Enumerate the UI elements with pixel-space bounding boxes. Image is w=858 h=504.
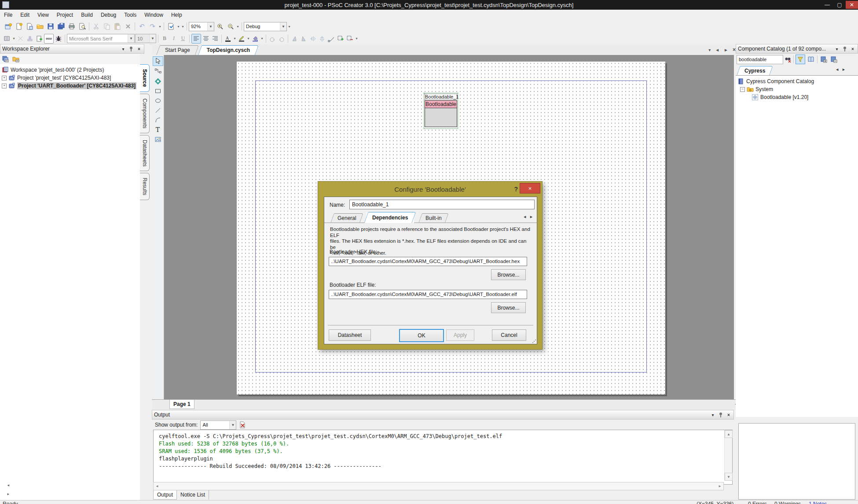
name-input[interactable]: Bootloadable_1 xyxy=(349,200,535,209)
elf-file-input[interactable]: ..\UART_Bootloader.cydsn\CortexM0\ARM_GC… xyxy=(329,290,527,299)
size-combo-arrow-icon[interactable]: ▼ xyxy=(149,34,156,43)
new-project-icon[interactable] xyxy=(3,22,13,31)
collapse-folders-icon[interactable] xyxy=(12,55,19,62)
toolbar-overflow-icon[interactable]: ▾ xyxy=(158,25,162,29)
find-clear-icon[interactable] xyxy=(785,56,792,63)
build-dropdown-arrow-icon[interactable]: ▾ xyxy=(176,25,180,29)
flip-horizontal-icon[interactable] xyxy=(308,34,317,43)
cut-icon[interactable] xyxy=(91,22,101,31)
output-log[interactable]: cyelftool.exe -S C:\Projets_Cypress\proj… xyxy=(153,430,733,485)
build-dropdown-icon[interactable] xyxy=(166,22,176,31)
menu-help[interactable]: Help xyxy=(167,10,186,20)
align-left-icon[interactable] xyxy=(191,34,201,44)
toolbar-overflow-icon[interactable]: ▾ xyxy=(181,25,185,29)
catalog-tab-scroll-right-icon[interactable]: ► xyxy=(842,67,846,72)
bug-icon[interactable] xyxy=(54,34,63,43)
notice-list-tab[interactable]: Notice List xyxy=(177,490,209,500)
side-tab-datasheets[interactable]: Datasheets xyxy=(140,135,150,172)
print-icon[interactable] xyxy=(66,22,77,31)
font-size-combo[interactable]: 10▼ xyxy=(135,34,156,43)
menu-project[interactable]: Project xyxy=(53,10,77,20)
tab-close-icon[interactable]: × xyxy=(733,47,736,53)
panel-close-icon[interactable]: × xyxy=(726,412,732,418)
collapse-icon[interactable]: − xyxy=(740,87,745,92)
paste-icon[interactable] xyxy=(112,22,122,31)
collapse-all-icon[interactable] xyxy=(829,56,838,63)
pin-icon[interactable] xyxy=(718,412,724,418)
paste-plus-icon[interactable] xyxy=(35,34,44,43)
underline-icon[interactable]: U xyxy=(179,34,187,43)
panel-menu-icon[interactable]: ▾ xyxy=(834,46,840,52)
toolbar-overflow-icon[interactable]: ▾ xyxy=(287,25,291,29)
shear-right-icon[interactable] xyxy=(299,34,308,43)
pin-icon[interactable] xyxy=(128,46,134,52)
expand-all-icon[interactable] xyxy=(819,56,828,63)
catalog-row-system[interactable]: − System xyxy=(736,85,858,93)
font-combo-arrow-icon[interactable]: ▼ xyxy=(128,34,134,43)
snap-grid-icon[interactable] xyxy=(336,34,345,43)
undo-icon[interactable]: ↶ xyxy=(137,22,147,31)
debug-combo-arrow-icon[interactable]: ▼ xyxy=(280,22,286,31)
status-notes[interactable]: 1 Notes xyxy=(809,501,827,504)
redo-icon[interactable]: ↷ xyxy=(147,22,158,31)
image-tool-icon[interactable] xyxy=(153,135,162,143)
status-warnings[interactable]: 0 Warnings xyxy=(774,501,801,504)
scroll-down-icon[interactable]: ▼ xyxy=(725,473,733,481)
panel-menu-icon[interactable]: ▾ xyxy=(710,412,716,418)
menu-edit[interactable]: Edit xyxy=(16,10,33,20)
catalog-row-bootloadable[interactable]: Bootloadable [v1.20] xyxy=(736,93,858,101)
dialog-close-button[interactable]: × xyxy=(520,183,540,194)
annotation-grid-arrow-icon[interactable]: ▾ xyxy=(12,37,16,40)
expand-icon[interactable]: + xyxy=(2,76,7,80)
font-color-arrow-icon[interactable]: ▾ xyxy=(233,37,237,40)
line-tool-icon[interactable] xyxy=(153,106,162,114)
tab-start-page[interactable]: Start Page xyxy=(158,45,197,55)
close-button[interactable]: ✕ xyxy=(846,1,858,9)
collapse-workspace-icon[interactable] xyxy=(2,55,9,62)
expand-icon[interactable]: + xyxy=(2,84,7,88)
panel-menu-icon[interactable]: ▾ xyxy=(120,46,126,52)
scroll-right-icon[interactable]: ► xyxy=(718,484,723,488)
menu-tools[interactable]: Tools xyxy=(120,10,140,20)
tab-scroll-left-icon[interactable]: ◄ xyxy=(715,47,719,52)
menu-build[interactable]: Build xyxy=(77,10,97,20)
output-hscrollbar[interactable]: ◄ ► xyxy=(153,482,724,490)
side-tab-results[interactable]: Results xyxy=(140,173,150,200)
save-icon[interactable] xyxy=(45,22,55,31)
arc-tool-icon[interactable] xyxy=(153,116,162,124)
tree-row-project2-selected[interactable]: + Project 'UART_Bootloader' [CY8C4125AXI… xyxy=(0,82,140,90)
tree-row-workspace[interactable]: Workspace 'projet_test-000' (2 Projects) xyxy=(0,66,140,74)
datasheet-button[interactable]: Datasheet xyxy=(329,329,371,341)
output-tab[interactable]: Output xyxy=(153,490,177,500)
align-center-icon[interactable] xyxy=(202,34,210,43)
scroll-up-icon[interactable]: ▲ xyxy=(725,430,733,438)
status-errors[interactable]: 0 Errors xyxy=(748,501,767,504)
snap-grid-minus-icon[interactable] xyxy=(345,34,354,43)
annotation-grid-icon[interactable] xyxy=(3,34,11,43)
output-filter-arrow-icon[interactable]: ▼ xyxy=(229,421,236,429)
flip-vertical-icon[interactable] xyxy=(318,34,326,43)
menu-file[interactable]: File xyxy=(0,10,16,20)
maximize-button[interactable]: ▢ xyxy=(833,1,846,9)
filter-funnel-icon[interactable] xyxy=(796,55,805,64)
dialog-tab-general[interactable]: General xyxy=(332,213,362,223)
side-tab-source[interactable]: Source xyxy=(140,64,150,92)
font-color-icon[interactable]: A xyxy=(224,34,232,43)
menu-view[interactable]: View xyxy=(33,10,53,20)
component-instance-label[interactable]: Bootloadable_1 xyxy=(425,94,457,100)
zoom-combo-arrow-icon[interactable]: ▼ xyxy=(207,22,214,31)
bootloadable-component[interactable]: Bootloadable xyxy=(425,100,457,127)
ellipse-tool-icon[interactable] xyxy=(153,96,162,105)
tree-row-project1[interactable]: + Project 'projet_test' [CY8C4125AXI-483… xyxy=(0,74,140,82)
bold-icon[interactable]: B xyxy=(160,34,169,43)
datasheet-book-icon[interactable] xyxy=(807,56,815,63)
splitter-right-arrow-icon[interactable]: ▸ xyxy=(7,492,9,496)
zoom-out-icon[interactable] xyxy=(225,22,235,31)
side-tab-components[interactable]: Components xyxy=(140,94,150,133)
delete-icon[interactable] xyxy=(123,22,133,31)
binary-display-icon[interactable]: 0010 xyxy=(44,34,54,44)
fill-color-icon[interactable] xyxy=(251,34,260,43)
italic-icon[interactable]: I xyxy=(169,34,178,43)
clear-output-icon[interactable] xyxy=(239,421,246,428)
minimize-button[interactable]: — xyxy=(821,1,833,9)
